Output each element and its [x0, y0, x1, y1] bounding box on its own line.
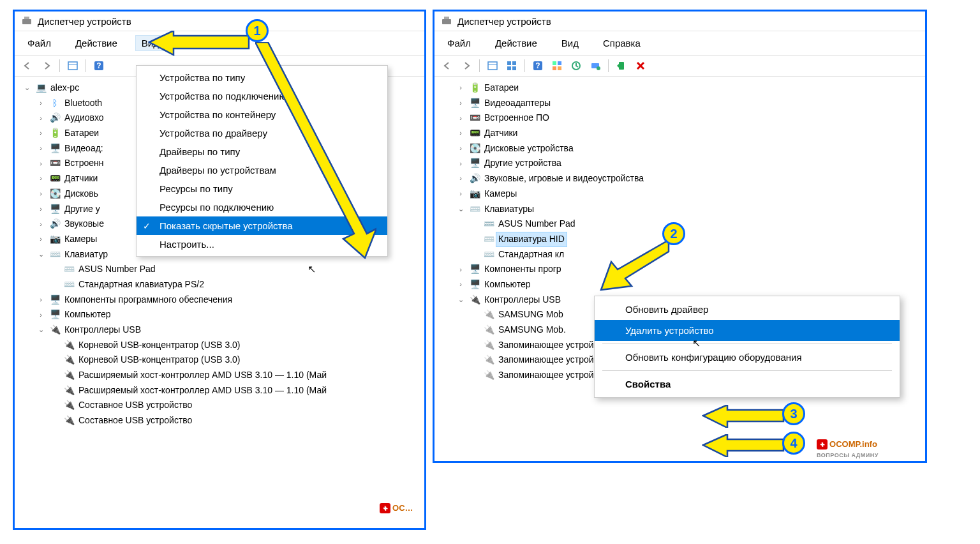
dd-devices-by-driver[interactable]: Устройства по драйверу [137, 124, 387, 142]
devmgr-icon [441, 15, 452, 27]
menu-view[interactable]: Вид [135, 35, 165, 51]
menu-file[interactable]: Файл [21, 35, 57, 51]
svg-rect-13 [512, 66, 516, 70]
enable-icon[interactable] [614, 58, 629, 73]
svg-rect-16 [553, 61, 556, 65]
properties-icon[interactable] [485, 58, 500, 73]
menu-bar: Файл Действие Вид Справка [434, 31, 925, 56]
tree-amd-host-2[interactable]: 🔌Расширяемый хост-контроллер AMD USB 3.1… [22, 383, 417, 398]
tree-sw-components[interactable]: ›🖥️Компоненты прогр [442, 262, 917, 277]
dd-drivers-by-device[interactable]: Драйверы по устройствам [137, 161, 387, 179]
tree-composite-1[interactable]: 🔌Составное USB устройство [22, 398, 417, 413]
svg-rect-19 [558, 66, 561, 70]
ctx-properties[interactable]: Свойства [595, 374, 900, 395]
ctx-separator [602, 344, 892, 344]
badge-3: 3 [782, 402, 805, 425]
svg-rect-0 [22, 19, 31, 24]
menu-action[interactable]: Действие [69, 35, 124, 51]
tree-asus-pad[interactable]: ⌨️ASUS Number Pad [22, 262, 417, 277]
tree-other[interactable]: ›🖥️Другие устройства [442, 156, 917, 171]
ctx-uninstall[interactable]: Удалить устройство [595, 320, 900, 341]
tree-std-keyboard[interactable]: ⌨️Стандартная кл [442, 247, 917, 262]
window-title: Диспетчер устройств [457, 16, 551, 27]
svg-rect-1 [24, 17, 29, 19]
ctx-update-driver[interactable]: Обновить драйвер [595, 299, 900, 320]
tree-sensors[interactable]: ›📟Датчики [442, 126, 917, 141]
title-bar: Диспетчер устройств [434, 11, 925, 31]
dd-resources-by-type[interactable]: Ресурсы по типу [137, 179, 387, 198]
svg-rect-18 [553, 66, 556, 70]
menu-bar: Файл Действие Вид Справка [15, 31, 424, 56]
menu-view[interactable]: Вид [555, 35, 585, 51]
svg-rect-7 [444, 17, 449, 19]
update-driver-icon[interactable] [568, 58, 584, 73]
menu-help[interactable]: Справка [177, 35, 227, 51]
dd-show-hidden[interactable]: ✓Показать скрытые устройства [137, 216, 387, 235]
forward-icon[interactable] [459, 58, 474, 73]
svg-rect-11 [512, 61, 516, 65]
help-icon[interactable]: ? [91, 58, 107, 73]
badge-1: 1 [246, 19, 269, 42]
grid-icon[interactable] [504, 58, 519, 73]
back-icon[interactable] [440, 58, 455, 73]
svg-rect-12 [507, 66, 511, 70]
tree-usb-hub-2[interactable]: 🔌Корневой USB-концентратор (USB 3.0) [22, 352, 417, 368]
dd-drivers-by-type[interactable]: Драйверы по типу [137, 142, 387, 161]
title-bar: Диспетчер устройств [15, 11, 424, 31]
back-icon[interactable] [20, 58, 35, 73]
tree-ps2-kbd[interactable]: ⌨️Стандартная клавиатура PS/2 [22, 277, 417, 292]
svg-text:?: ? [535, 61, 540, 70]
check-icon: ✓ [143, 221, 151, 231]
left-panel: Диспетчер устройств Файл Действие Вид Сп… [13, 10, 426, 530]
svg-rect-23 [619, 62, 624, 70]
tree-usb-hub-1[interactable]: 🔌Корневой USB-концентратор (USB 3.0) [22, 338, 417, 353]
dd-devices-by-connection[interactable]: Устройства по подключению [137, 87, 387, 105]
watermark: +OCOMP.info ВОПРОСЫ АДМИНУ [817, 439, 879, 459]
tree-sw-components[interactable]: ›🖥️Компоненты программного обеспечения [22, 292, 417, 308]
svg-rect-8 [488, 62, 497, 70]
tree-disk[interactable]: ›💽Дисковые устройства [442, 141, 917, 156]
toolbar: ? [434, 56, 925, 77]
tree-firmware[interactable]: ›📼Встроенное ПО [442, 110, 917, 126]
badge-4: 4 [782, 432, 805, 455]
menu-help[interactable]: Справка [597, 35, 647, 51]
tree-computer[interactable]: ›🖥️Компьютер [22, 307, 417, 322]
tree-batteries[interactable]: ›🔋Батареи [442, 80, 917, 96]
cursor-icon: ↖ [308, 263, 316, 275]
forward-icon[interactable] [39, 58, 54, 73]
svg-rect-17 [558, 61, 561, 65]
scan-icon[interactable] [588, 58, 603, 73]
tree-computer[interactable]: ›🖥️Компьютер [442, 277, 917, 292]
menu-file[interactable]: Файл [441, 35, 477, 51]
dd-devices-by-container[interactable]: Устройства по контейнеру [137, 105, 387, 124]
badge-2: 2 [662, 222, 685, 245]
tree-usb-controllers[interactable]: ⌄🔌Контроллеры USB [22, 322, 417, 338]
ctx-scan[interactable]: Обновить конфигурацию оборудования [595, 347, 900, 368]
dd-resources-by-connection[interactable]: Ресурсы по подключению [137, 198, 387, 216]
ctx-separator [602, 370, 892, 371]
tree-amd-host-1[interactable]: 🔌Расширяемый хост-контроллер AMD USB 3.1… [22, 368, 417, 383]
tree-cameras[interactable]: ›📷Камеры [442, 186, 917, 202]
dd-devices-by-type[interactable]: Устройства по типу [137, 68, 387, 87]
tree-composite-2[interactable]: 🔌Составное USB устройство [22, 413, 417, 428]
tree-keyboards[interactable]: ⌄⌨️Клавиатуры [442, 202, 917, 217]
cursor-icon: ↖ [692, 337, 701, 349]
svg-rect-10 [507, 61, 511, 65]
dd-customize[interactable]: Настроить... [137, 235, 387, 253]
help-icon[interactable]: ? [530, 58, 546, 73]
svg-rect-6 [442, 19, 451, 24]
properties-icon[interactable] [65, 58, 80, 73]
context-menu: Обновить драйвер Удалить устройство Обно… [594, 296, 900, 398]
tree-sound[interactable]: ›🔊Звуковые, игровые и видеоустройства [442, 171, 917, 186]
svg-point-22 [597, 66, 600, 70]
menu-action[interactable]: Действие [489, 35, 544, 51]
devmgr-icon [21, 15, 33, 27]
tree-video[interactable]: ›🖥️Видеоадаптеры [442, 96, 917, 111]
window-title: Диспетчер устройств [38, 16, 131, 27]
tiles-icon[interactable] [549, 58, 565, 73]
svg-text:?: ? [96, 61, 101, 70]
svg-rect-2 [68, 62, 77, 70]
view-dropdown: Устройства по типу Устройства по подключ… [136, 65, 388, 257]
watermark: +OC… [380, 503, 413, 513]
delete-icon[interactable] [633, 58, 648, 73]
